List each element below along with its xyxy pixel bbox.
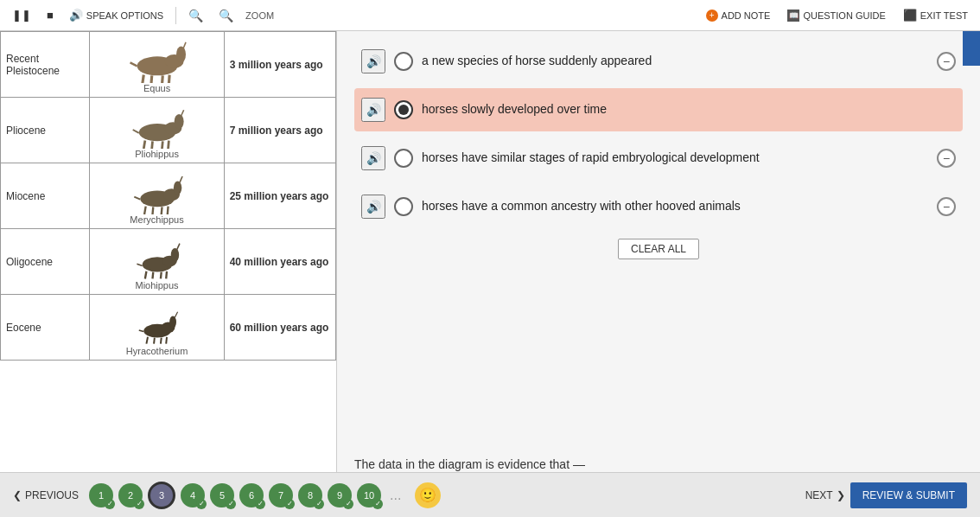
- pause-icon: ❚❚: [12, 9, 31, 22]
- table-row: Recent Pleistocene E: [1, 32, 336, 98]
- exit-test-button[interactable]: ⬛ EXIT TEST: [900, 7, 971, 23]
- svg-point-2: [176, 47, 186, 63]
- check-icon-10: ✓: [372, 499, 383, 509]
- check-icon-6: ✓: [255, 499, 265, 509]
- speak-icon-3: 🔊: [366, 151, 381, 165]
- nav-item-3[interactable]: 3: [148, 482, 175, 509]
- svg-line-7: [169, 75, 169, 83]
- clear-all-container: CLEAR ALL: [354, 239, 963, 259]
- svg-line-30: [176, 244, 179, 250]
- speak-answer-1-button[interactable]: 🔊: [361, 49, 385, 73]
- stop-button[interactable]: ■: [43, 7, 57, 23]
- miohippus-image: [123, 233, 192, 280]
- svg-line-16: [168, 141, 169, 149]
- next-button[interactable]: NEXT ❯: [805, 489, 845, 501]
- svg-line-34: [166, 271, 167, 279]
- equus-time: 3 million years ago: [224, 32, 335, 98]
- nav-item-8[interactable]: 8 ✓: [298, 483, 322, 507]
- svg-line-13: [143, 141, 145, 149]
- radio-1[interactable]: [394, 52, 413, 71]
- answer-text-4: horses have a common ancestry with other…: [422, 198, 928, 215]
- pause-button[interactable]: ❚❚: [9, 7, 35, 23]
- animal-hyracotherium-cell: Hyracotherium: [90, 295, 224, 361]
- epoch-miocene: Miocene: [1, 163, 90, 229]
- minus-1-button[interactable]: −: [937, 52, 956, 71]
- nav-item-9[interactable]: 9 ✓: [328, 483, 352, 507]
- zoom-label: ZOOM: [245, 10, 274, 21]
- question-text: The data in the diagram is evidence that…: [354, 450, 585, 473]
- speaker-icon: 🔊: [69, 9, 83, 22]
- svg-line-42: [160, 338, 161, 344]
- merychippus-label: Merychippus: [95, 214, 218, 225]
- toolbar-separator: [175, 7, 176, 24]
- equus-image: [123, 35, 192, 83]
- answer-text-3: horses have similar stages of rapid embr…: [422, 150, 928, 167]
- svg-line-43: [166, 337, 167, 344]
- zoom-in-button[interactable]: 🔍: [185, 7, 207, 24]
- animal-merychippus-cell: Merychippus: [90, 163, 224, 229]
- nav-item-4[interactable]: 4 ✓: [181, 483, 205, 507]
- nav-item-2[interactable]: 2 ✓: [118, 483, 143, 507]
- speak-answer-4-button[interactable]: 🔊: [361, 195, 385, 219]
- speak-answer-2-button[interactable]: 🔊: [361, 98, 385, 122]
- svg-line-6: [162, 75, 162, 83]
- check-icon-2: ✓: [134, 499, 144, 509]
- evolution-table: Recent Pleistocene E: [0, 31, 336, 361]
- radio-4[interactable]: [394, 197, 413, 216]
- nav-item-7[interactable]: 7 ✓: [269, 483, 293, 507]
- table-row: Oligocene Miohippus: [1, 229, 336, 295]
- table-row: Miocene Merychippus: [1, 163, 336, 229]
- check-icon-8: ✓: [314, 499, 324, 509]
- add-note-icon: +: [706, 10, 718, 22]
- zoom-in-icon: 🔍: [188, 9, 203, 22]
- nav-item-6[interactable]: 6 ✓: [239, 483, 264, 507]
- toolbar-left: ❚❚ ■ 🔊 SPEAK OPTIONS 🔍 🔍 ZOOM: [9, 7, 692, 24]
- answer-row-1: 🔊 a new species of horse suddenly appear…: [354, 40, 963, 83]
- svg-point-20: [173, 182, 181, 195]
- stop-icon: ■: [47, 9, 54, 22]
- exit-icon: ⬛: [903, 9, 917, 22]
- table-row: Pliocene Pliohippus: [1, 98, 336, 163]
- radio-2[interactable]: [394, 100, 413, 119]
- answer-text-1: a new species of horse suddenly appeared: [422, 53, 928, 70]
- speak-icon-4: 🔊: [366, 200, 381, 214]
- nav-item-10[interactable]: 10 ✓: [357, 483, 381, 507]
- minus-4-button[interactable]: −: [937, 197, 956, 216]
- review-submit-button[interactable]: REVIEW & SUBMIT: [850, 482, 967, 508]
- question-guide-button[interactable]: 📖 QUESTION GUIDE: [784, 8, 888, 23]
- svg-line-24: [161, 207, 162, 214]
- speak-options-button[interactable]: 🔊 SPEAK OPTIONS: [66, 7, 167, 23]
- speak-answer-3-button[interactable]: 🔊: [361, 146, 385, 170]
- clear-all-button[interactable]: CLEAR ALL: [618, 239, 699, 259]
- nav-item-5[interactable]: 5 ✓: [210, 483, 234, 507]
- previous-button[interactable]: ❮ PREVIOUS: [13, 489, 79, 501]
- svg-line-21: [179, 176, 181, 182]
- toolbar: ❚❚ ■ 🔊 SPEAK OPTIONS 🔍 🔍 ZOOM + ADD NOTE…: [0, 0, 980, 31]
- add-note-button[interactable]: + ADD NOTE: [703, 8, 774, 23]
- svg-line-23: [152, 207, 153, 214]
- hyracotherium-time: 60 million years ago: [224, 295, 335, 361]
- svg-line-33: [160, 272, 161, 279]
- radio-3[interactable]: [394, 149, 413, 168]
- question-guide-icon: 📖: [787, 10, 799, 22]
- animal-equus-cell: Equus: [90, 32, 224, 98]
- zoom-out-button[interactable]: 🔍: [215, 7, 237, 24]
- smiley-icon[interactable]: 🙂: [415, 482, 441, 508]
- corner-flag[interactable]: [963, 31, 980, 66]
- check-icon-7: ✓: [284, 499, 295, 509]
- miohippus-time: 40 million years ago: [224, 229, 335, 295]
- svg-point-29: [170, 248, 178, 262]
- animal-pliohippus-cell: Pliohippus: [90, 98, 224, 163]
- hyracotherium-label: Hyracotherium: [95, 346, 218, 356]
- right-panel: 🔊 a new species of horse suddenly appear…: [337, 31, 980, 472]
- miohippus-label: Miohippus: [95, 280, 218, 290]
- epoch-recent-pleistocene: Recent Pleistocene: [1, 32, 90, 98]
- check-icon-1: ✓: [105, 499, 115, 509]
- hyracotherium-image: [123, 298, 192, 346]
- merychippus-time: 25 million years ago: [224, 163, 335, 229]
- answer-text-2: horses slowly developed over time: [422, 101, 956, 118]
- nav-item-1[interactable]: 1 ✓: [89, 483, 113, 507]
- svg-line-17: [132, 130, 138, 133]
- minus-3-button[interactable]: −: [937, 149, 956, 168]
- epoch-oligocene: Oligocene: [1, 229, 90, 295]
